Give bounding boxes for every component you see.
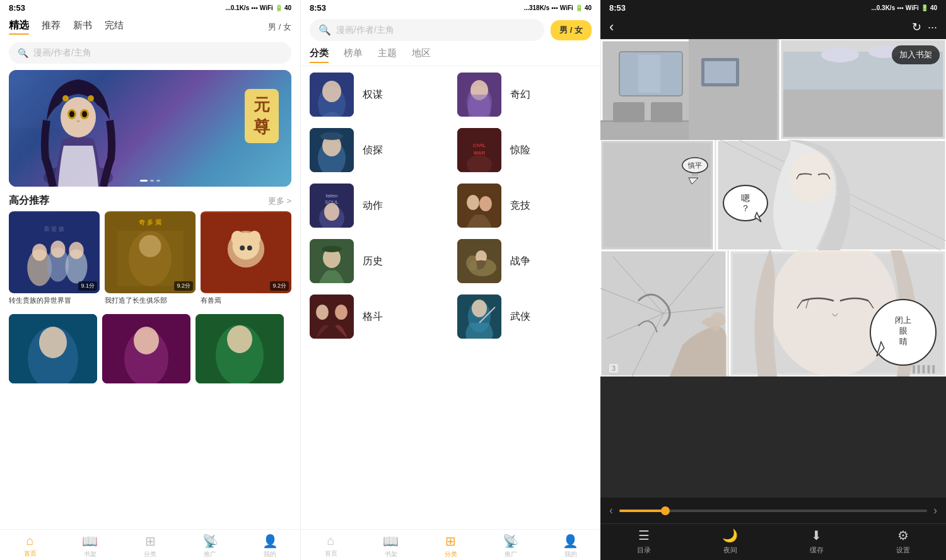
nightmode-button[interactable]: 🌙 夜间 [687, 528, 773, 555]
cat-art-zhentan [310, 128, 354, 172]
nav-home[interactable]: ⌂ 首页 [0, 534, 60, 559]
svg-rect-85 [613, 102, 645, 122]
cat-item-zhanzhen[interactable]: 战争 [457, 239, 592, 283]
status-icons-2: ...318K/s ▪▪▪ WiFi 🔋 40 [524, 4, 592, 11]
svg-text:睛: 睛 [899, 337, 908, 346]
mine-icon: 👤 [262, 534, 278, 549]
svg-point-39 [227, 325, 252, 353]
manga-art-page2: 慎平 … [600, 140, 946, 250]
bottom-nav-1: ⌂ 首页 📖 书架 ⊞ 分类 📡 推广 👤 我的 [0, 529, 300, 560]
cat-item-qihuan[interactable]: 奇幻 [457, 73, 592, 117]
next-page-button[interactable]: › [933, 504, 937, 517]
cat-thumb-quance [310, 73, 354, 117]
page-number: 3 [609, 364, 618, 373]
svg-text:？: ？ [741, 203, 750, 213]
tab-category[interactable]: 分类 [310, 47, 329, 63]
cat-item-gedou[interactable]: 格斗 [310, 295, 445, 339]
reader-toolbar: ☰ 目录 🌙 夜间 ⬇ 缓存 ⚙ 设置 [600, 523, 946, 560]
manga-card-3[interactable]: 9.2分 有兽焉 [201, 211, 291, 305]
nav2-category[interactable]: ⊞ 分类 [421, 534, 481, 559]
progress-thumb[interactable] [661, 506, 670, 515]
manga-viewer[interactable]: 加入书架 [600, 39, 946, 498]
watermark: ▌▌▌▌▌ [913, 365, 937, 373]
panel-reader: 8:53 ...0.3K/s ▪▪▪ WiFi 🔋 40 ‹ ↻ ··· 加入书… [600, 0, 946, 560]
toc-icon: ☰ [638, 528, 650, 543]
tab-ranking[interactable]: 榜单 [344, 47, 363, 63]
add-shelf-button[interactable]: 加入书架 [892, 45, 940, 64]
nav-mine[interactable]: 👤 我的 [240, 534, 300, 559]
nav-wanjie[interactable]: 完结 [105, 20, 124, 34]
progress-bar[interactable]: ‹ › [600, 498, 946, 523]
status-time-2: 8:53 [310, 3, 326, 13]
svg-point-59 [324, 203, 339, 221]
manga-card-6[interactable] [196, 314, 284, 383]
more-button[interactable]: ··· [928, 21, 937, 34]
gender-toggle-2[interactable]: 男 / 女 [551, 20, 592, 40]
cat-item-jingji[interactable]: 竞技 [457, 184, 592, 228]
search-icon-2: 🔍 [318, 24, 331, 36]
featured-banner[interactable]: 元 尊 [9, 70, 291, 187]
svg-text:WAR: WAR [473, 150, 485, 156]
progress-track[interactable] [619, 510, 927, 512]
prev-page-button[interactable]: ‹ [609, 504, 613, 517]
manga-grid-1: 新 迎 披 9.1分 转生贵族的异世界冒 奇 多 焉 [0, 211, 300, 305]
manga-card-5[interactable] [102, 314, 190, 383]
cat-item-quance[interactable]: 权谋 [310, 73, 445, 117]
svg-point-8 [82, 111, 87, 117]
cat-art-zhanzhen [457, 239, 501, 283]
cat-item-lishi[interactable]: 历史 [310, 239, 445, 283]
progress-fill [619, 510, 665, 512]
svg-point-61 [467, 195, 479, 210]
nav2-home[interactable]: ⌂ 首页 [301, 534, 361, 559]
section-header-recommend: 高分推荐 更多 > [0, 189, 300, 211]
manga-badge-1: 9.1分 [78, 281, 97, 291]
nav2-promote-label: 推广 [505, 550, 517, 559]
svg-point-9 [62, 95, 69, 102]
banner-dot-2[interactable] [150, 180, 154, 182]
cat-art-qihuan [457, 73, 501, 117]
search-bar-1[interactable]: 🔍 漫画/作者/主角 [9, 42, 291, 64]
gender-toggle-1[interactable]: 男 / 女 [268, 21, 291, 33]
banner-title-char2: 尊 [254, 116, 270, 138]
nav2-shelf[interactable]: 📖 书架 [361, 534, 421, 559]
back-button[interactable]: ‹ [609, 19, 614, 35]
banner-dot-1[interactable] [140, 180, 148, 182]
banner-dot-3[interactable] [156, 180, 160, 182]
search-bar-2: 🔍 漫画/作者/主角 男 / 女 [301, 15, 600, 45]
more-recommend[interactable]: 更多 > [268, 195, 291, 207]
tab-theme[interactable]: 主题 [378, 47, 397, 63]
nav-promote[interactable]: 📡 推广 [180, 534, 240, 559]
search-input-2[interactable]: 🔍 漫画/作者/主角 [310, 19, 544, 41]
cat-item-wuxia[interactable]: 武侠 [457, 295, 592, 339]
refresh-button[interactable]: ↻ [912, 20, 921, 34]
cat-art-dongzuo: fallen SOUL [310, 184, 354, 228]
manga-card-4[interactable] [9, 314, 97, 383]
nav-category[interactable]: ⊞ 分类 [120, 534, 180, 559]
nav-jingxuan[interactable]: 精选 [9, 19, 29, 35]
manga-name-3: 有兽焉 [201, 296, 291, 305]
toc-button[interactable]: ☰ 目录 [600, 528, 687, 555]
settings-button[interactable]: ⚙ 设置 [860, 528, 946, 555]
nav-shelf[interactable]: 📖 书架 [60, 534, 120, 559]
cat-name-jingji: 竞技 [510, 199, 530, 213]
cat-item-zhentan[interactable]: 侦探 [310, 128, 445, 172]
svg-point-36 [134, 327, 159, 354]
banner-title-char1: 元 [254, 94, 270, 116]
cache-button[interactable]: ⬇ 缓存 [773, 528, 860, 555]
tab-region[interactable]: 地区 [412, 47, 431, 63]
manga-thumb-1: 新 迎 披 9.1分 [9, 211, 100, 293]
home-icon: ⌂ [26, 534, 34, 548]
nav-tuijian[interactable]: 推荐 [42, 20, 61, 34]
cat-art-wuxia [457, 295, 501, 339]
nav2-mine[interactable]: 👤 我的 [540, 534, 600, 559]
svg-rect-66 [327, 246, 336, 250]
cat-item-dongzuo[interactable]: fallen SOUL 动作 [310, 184, 445, 228]
nav-xinshu[interactable]: 新书 [73, 20, 92, 34]
nav2-promote[interactable]: 📡 推广 [481, 534, 540, 559]
cat-item-jingxian[interactable]: CIVIL WAR 惊险 [457, 128, 592, 172]
manga-card-2[interactable]: 奇 多 焉 9.2分 我打造了长生俱乐部 [105, 211, 196, 305]
svg-point-10 [88, 95, 94, 102]
manga-card-1[interactable]: 新 迎 披 9.1分 转生贵族的异世界冒 [9, 211, 100, 305]
toc-label: 目录 [637, 545, 651, 555]
battery-level-1: 40 [284, 4, 291, 11]
